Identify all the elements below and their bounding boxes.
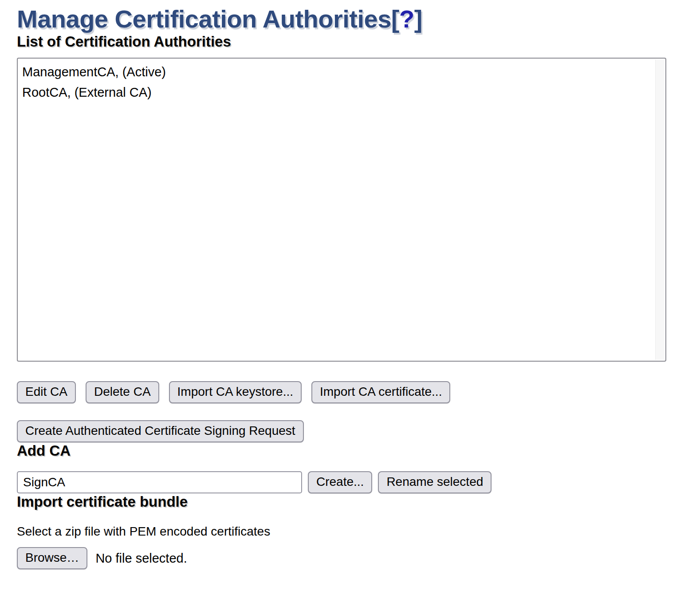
- manage-ca-page: Manage Certification Authorities[?] List…: [0, 0, 700, 607]
- listbox-scrollbar-track[interactable]: [655, 59, 664, 360]
- bundle-file-row: Browse… No file selected.: [17, 547, 666, 569]
- csr-row: Create Authenticated Certificate Signing…: [17, 420, 666, 442]
- help-link[interactable]: ?: [399, 5, 414, 33]
- ca-action-buttons: Edit CA Delete CA Import CA keystore... …: [17, 381, 666, 403]
- ca-option-managementca[interactable]: ManagementCA, (Active): [18, 62, 652, 82]
- page-title-text: Manage Certification Authorities: [17, 5, 391, 33]
- ca-name-input[interactable]: [17, 471, 302, 493]
- edit-ca-button[interactable]: Edit CA: [17, 381, 76, 403]
- add-ca-heading: Add CA: [17, 442, 666, 459]
- create-ca-button[interactable]: Create...: [308, 471, 372, 493]
- ca-list-heading: List of Certification Authorities: [17, 33, 666, 50]
- add-ca-row: Create... Rename selected: [17, 471, 666, 493]
- help-close-bracket: ]: [414, 5, 422, 33]
- import-ca-keystore-button[interactable]: Import CA keystore...: [169, 381, 302, 403]
- ca-listbox[interactable]: ManagementCA, (Active) RootCA, (External…: [17, 58, 666, 362]
- create-csr-button[interactable]: Create Authenticated Certificate Signing…: [17, 420, 304, 442]
- help-open-bracket: [: [391, 5, 399, 33]
- rename-selected-button[interactable]: Rename selected: [378, 471, 492, 493]
- ca-option-rootca[interactable]: RootCA, (External CA): [18, 82, 652, 102]
- delete-ca-button[interactable]: Delete CA: [86, 381, 159, 403]
- browse-button[interactable]: Browse…: [17, 547, 87, 569]
- page-title: Manage Certification Authorities[?]: [17, 4, 666, 33]
- file-status-text: No file selected.: [95, 551, 187, 566]
- bundle-description: Select a zip file with PEM encoded certi…: [17, 524, 666, 539]
- import-bundle-heading: Import certificate bundle: [17, 493, 666, 510]
- import-ca-certificate-button[interactable]: Import CA certificate...: [311, 381, 450, 403]
